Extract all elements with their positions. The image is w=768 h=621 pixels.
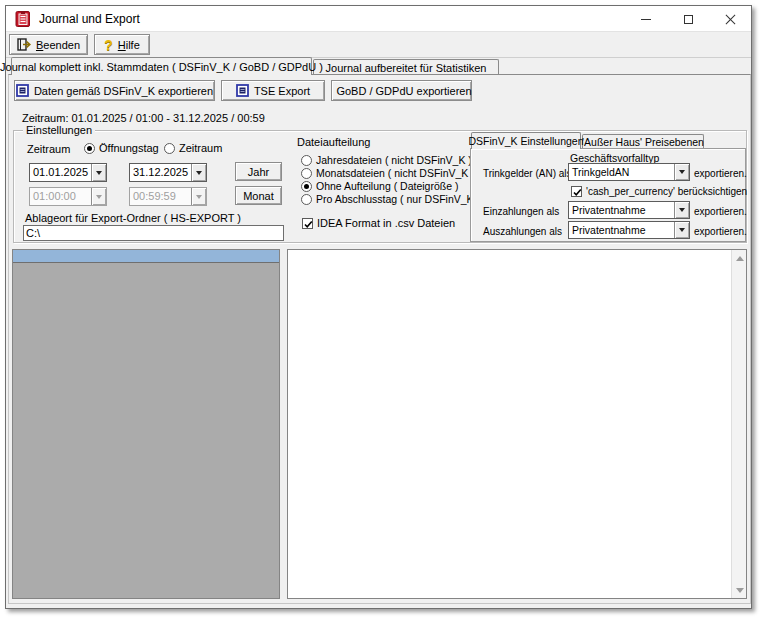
settings-group-label: Einstellungen: [23, 124, 95, 136]
quit-button-label: Beenden: [36, 39, 80, 51]
tse-export-label: TSE Export: [254, 85, 310, 97]
tab-ausser-haus[interactable]: 'Außer Haus' Preisebenen: [582, 134, 704, 149]
export-icon: [16, 84, 29, 97]
export-dsfinvk-label: Daten gemäß DSFinV_K exportieren: [34, 85, 213, 97]
quit-button[interactable]: Beenden: [9, 34, 88, 55]
radio-monthly-files-label: Monatsdateien ( nicht DSFinV_K ): [316, 167, 475, 179]
tab-journal-statistiken-label: Journal aufbereitet für Statistiken: [326, 62, 487, 74]
year-button[interactable]: Jahr: [235, 162, 282, 181]
deposits-label: Einzahlungen als: [483, 206, 559, 217]
radio-icon: [164, 143, 175, 154]
close-button[interactable]: [709, 6, 751, 32]
export-folder-input[interactable]: C:\: [23, 225, 284, 241]
export-dsfinvk-button[interactable]: Daten gemäß DSFinV_K exportieren: [14, 80, 215, 101]
cash-per-currency-checkbox[interactable]: 'cash_per_currency' berücksichtigen: [571, 186, 747, 197]
chevron-down-icon[interactable]: [674, 222, 689, 238]
tab-journal-komplett-label: Journal komplett inkl. Stammdaten ( DSFi…: [0, 61, 323, 73]
file-split-label: Dateiaufteilung: [297, 136, 370, 148]
window-title: Journal und Export: [39, 12, 140, 26]
withdrawals-combo-value: Privatentnahme: [569, 222, 674, 238]
export-file-list[interactable]: [12, 249, 280, 599]
radio-icon: [301, 194, 312, 205]
time-to-combo: 00:59:59: [129, 187, 207, 206]
date-to-combo[interactable]: 31.12.2025: [129, 163, 207, 182]
checkbox-icon: [571, 186, 582, 197]
tips-suffix: exportieren.: [694, 168, 747, 179]
tips-combo-value: TrinkgeldAN: [569, 164, 674, 180]
chevron-down-icon[interactable]: [674, 164, 689, 180]
scroll-up-icon[interactable]: [732, 250, 747, 266]
period-summary: Zeitraum: 01.01.2025 / 01:00 - 31.12.202…: [22, 112, 265, 124]
radio-yearly-files[interactable]: Jahresdateien ( nicht DSFinV_K ): [301, 154, 472, 166]
radio-icon: [84, 143, 95, 154]
month-button[interactable]: Monat: [235, 186, 282, 205]
minimize-button[interactable]: [625, 6, 667, 32]
chevron-down-icon[interactable]: [91, 164, 106, 181]
cash-per-currency-label: 'cash_per_currency' berücksichtigen: [586, 186, 747, 197]
deposits-combo[interactable]: Privatentnahme: [568, 201, 690, 219]
year-button-label: Jahr: [248, 166, 269, 178]
deposits-combo-value: Privatentnahme: [569, 202, 674, 218]
title-bar: Journal und Export: [6, 6, 751, 32]
journal-export-window: Journal und Export Beenden ? Hilfe Journ…: [5, 5, 752, 609]
time-from-value: 01:00:00: [30, 188, 91, 205]
tab-page: Daten gemäß DSFinV_K exportieren TSE Exp…: [8, 74, 751, 604]
date-from-combo[interactable]: 01.01.2025: [29, 163, 107, 182]
radio-monthly-files[interactable]: Monatsdateien ( nicht DSFinV_K ): [301, 167, 475, 179]
idea-format-checkbox[interactable]: IDEA Format in .csv Dateien: [302, 217, 455, 229]
radio-per-closing-day[interactable]: Pro Abschlusstag ( nur DSFinV_K ): [301, 193, 480, 205]
tips-label: Trinkgelder (AN) als: [483, 168, 572, 179]
close-icon: [725, 14, 736, 25]
idea-format-label: IDEA Format in .csv Dateien: [317, 217, 455, 229]
chevron-down-icon: [191, 188, 206, 205]
withdrawals-suffix: exportieren.: [694, 226, 747, 237]
tips-combo[interactable]: TrinkgeldAN: [568, 163, 690, 181]
help-button[interactable]: ? Hilfe: [94, 34, 150, 55]
check-icon: [303, 219, 314, 230]
tse-export-button[interactable]: TSE Export: [221, 80, 325, 101]
export-icon: [236, 84, 249, 97]
radio-per-closing-day-label: Pro Abschlusstag ( nur DSFinV_K ): [316, 193, 480, 205]
minimize-icon: [641, 19, 651, 20]
radio-icon: [301, 181, 312, 192]
radio-yearly-files-label: Jahresdateien ( nicht DSFinV_K ): [316, 154, 472, 166]
tab-dsfinvk-settings[interactable]: DSFinV_K Einstellungen: [471, 132, 581, 149]
tab-dsfinvk-settings-label: DSFinV_K Einstellungen: [469, 135, 584, 147]
tab-ausser-haus-label: 'Außer Haus' Preisebenen: [582, 136, 704, 148]
exit-icon: [17, 38, 31, 51]
log-output-area[interactable]: [287, 249, 747, 599]
radio-opening-day[interactable]: Öffnungstag: [84, 142, 159, 154]
chevron-down-icon: [91, 188, 106, 205]
radio-icon: [301, 155, 312, 166]
export-gobd-button[interactable]: GoBD / GDPdU exportieren: [331, 80, 472, 101]
chevron-down-icon[interactable]: [674, 202, 689, 218]
export-gobd-label: GoBD / GDPdU exportieren: [336, 85, 471, 97]
month-button-label: Monat: [243, 190, 274, 202]
checkbox-icon: [302, 218, 313, 229]
vertical-scrollbar[interactable]: [731, 250, 746, 598]
list-header-row[interactable]: [13, 250, 279, 263]
dsfinvk-settings-panel: Geschäftsvorfalltyp Trinkgelder (AN) als…: [470, 148, 746, 242]
export-folder-label: Ablageort für Export-Ordner ( HS-EXPORT …: [25, 212, 241, 224]
journal-app-icon: [15, 11, 31, 27]
tab-journal-komplett[interactable]: Journal komplett inkl. Stammdaten ( DSFi…: [11, 57, 312, 75]
radio-period[interactable]: Zeitraum: [164, 142, 222, 154]
withdrawals-combo[interactable]: Privatentnahme: [568, 221, 690, 239]
help-icon: ?: [104, 39, 113, 51]
radio-icon: [301, 168, 312, 179]
toolbar: Beenden ? Hilfe: [6, 32, 751, 58]
maximize-icon: [684, 15, 693, 24]
deposits-suffix: exportieren.: [694, 206, 747, 217]
scroll-down-icon[interactable]: [732, 582, 747, 598]
export-folder-value: C:\: [26, 227, 40, 239]
check-icon: [572, 187, 583, 198]
zeitraum-label: Zeitraum: [27, 143, 70, 155]
radio-no-split[interactable]: Ohne Aufteilung ( Dateigröße ): [301, 180, 458, 192]
tab-journal-statistiken[interactable]: Journal aufbereitet für Statistiken: [313, 59, 499, 75]
help-button-label: Hilfe: [118, 39, 140, 51]
maximize-button[interactable]: [667, 6, 709, 32]
withdrawals-label: Auszahlungen als: [483, 226, 562, 237]
chevron-down-icon[interactable]: [191, 164, 206, 181]
settings-group: Einstellungen Zeitraum Öffnungstag Zeitr…: [13, 130, 747, 243]
radio-opening-day-label: Öffnungstag: [99, 142, 159, 154]
